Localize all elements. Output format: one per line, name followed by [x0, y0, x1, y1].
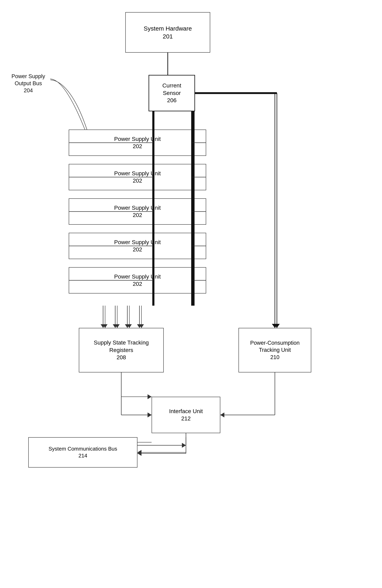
svg-marker-33 [220, 413, 224, 417]
current-sensor-label: CurrentSensor206 [162, 82, 181, 104]
psu-4-box: Power Supply Unit202 [69, 233, 206, 259]
power-consumption-label: Power-ConsumptionTracking Unit210 [250, 339, 300, 361]
svg-marker-36 [137, 450, 141, 455]
psu-3-label: Power Supply Unit202 [114, 204, 161, 219]
svg-marker-5 [272, 324, 278, 328]
svg-marker-17 [103, 324, 108, 328]
svg-marker-26 [148, 394, 152, 399]
system-hardware-box: System Hardware201 [125, 12, 210, 53]
psu-4-label: Power Supply Unit202 [114, 239, 161, 253]
psu-2-label: Power Supply Unit202 [114, 170, 161, 185]
diagram-container: System Hardware201 CurrentSensor206 Powe… [0, 0, 382, 588]
svg-marker-19 [115, 324, 120, 328]
psu-2-box: Power Supply Unit202 [69, 164, 206, 190]
interface-unit-label: Interface Unit212 [169, 408, 203, 422]
svg-marker-21 [127, 324, 132, 328]
system-comm-bus-label: System Communications Bus214 [49, 445, 117, 459]
svg-marker-23 [139, 324, 144, 328]
psu-3-box: Power Supply Unit202 [69, 198, 206, 225]
interface-unit-box: Interface Unit212 [152, 397, 220, 433]
system-hardware-label: System Hardware201 [144, 24, 192, 40]
supply-state-label: Supply State TrackingRegisters208 [94, 339, 149, 361]
current-sensor-box: CurrentSensor206 [149, 75, 195, 111]
power-supply-output-bus-label: Power SupplyOutput Bus204 [6, 73, 51, 94]
power-consumption-box: Power-ConsumptionTracking Unit210 [238, 328, 311, 372]
system-comm-bus-box: System Communications Bus214 [28, 437, 137, 468]
psu-1-label: Power Supply Unit202 [114, 135, 161, 150]
psu-5-box: Power Supply Unit202 [69, 267, 206, 294]
svg-marker-30 [148, 413, 152, 417]
supply-state-box: Supply State TrackingRegisters208 [79, 328, 164, 372]
psu-5-label: Power Supply Unit202 [114, 273, 161, 288]
psu-1-box: Power Supply Unit202 [69, 129, 206, 156]
